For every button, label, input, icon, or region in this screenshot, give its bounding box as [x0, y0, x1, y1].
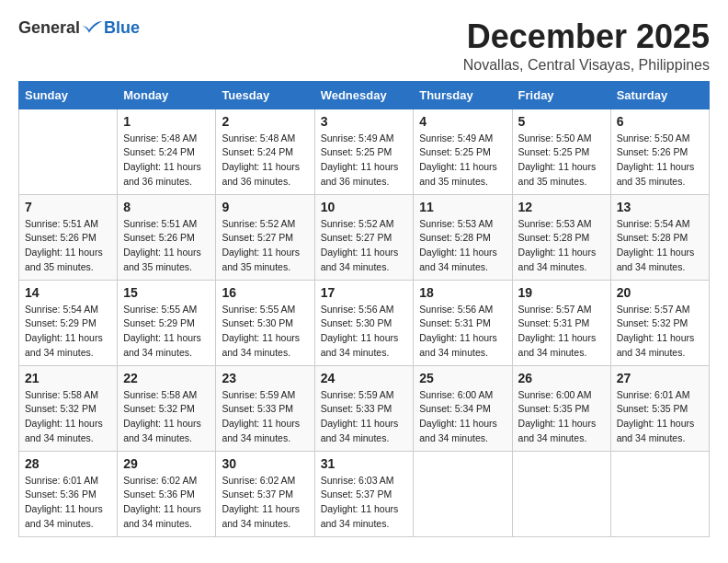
calendar-cell: 12Sunrise: 5:53 AMSunset: 5:28 PMDayligh…: [512, 194, 610, 280]
calendar-cell: 15Sunrise: 5:55 AMSunset: 5:29 PMDayligh…: [118, 280, 216, 365]
calendar-cell: 17Sunrise: 5:56 AMSunset: 5:30 PMDayligh…: [314, 280, 414, 365]
calendar-cell: [19, 109, 118, 194]
calendar-cell: [610, 451, 709, 536]
calendar-header-row: SundayMondayTuesdayWednesdayThursdayFrid…: [19, 81, 710, 109]
day-number: 30: [222, 456, 308, 471]
calendar-cell: 8Sunrise: 5:51 AMSunset: 5:26 PMDaylight…: [118, 194, 216, 280]
day-number: 13: [617, 200, 703, 214]
calendar-cell: 31Sunrise: 6:03 AMSunset: 5:37 PMDayligh…: [314, 451, 414, 536]
day-info: Sunrise: 5:59 AMSunset: 5:33 PMDaylight:…: [222, 388, 308, 446]
day-info: Sunrise: 6:02 AMSunset: 5:37 PMDaylight:…: [222, 474, 308, 532]
day-number: 24: [321, 371, 408, 385]
day-number: 18: [419, 285, 506, 300]
weekday-header: Friday: [512, 81, 610, 109]
logo-general-text: General: [18, 18, 80, 38]
day-number: 15: [123, 285, 210, 300]
day-number: 10: [321, 200, 408, 214]
calendar-cell: 14Sunrise: 5:54 AMSunset: 5:29 PMDayligh…: [19, 280, 118, 365]
calendar-table: SundayMondayTuesdayWednesdayThursdayFrid…: [18, 81, 710, 537]
day-number: 21: [25, 371, 111, 385]
day-number: 31: [321, 456, 408, 471]
calendar-cell: 5Sunrise: 5:50 AMSunset: 5:25 PMDaylight…: [512, 109, 610, 194]
day-info: Sunrise: 6:03 AMSunset: 5:37 PMDaylight:…: [321, 474, 408, 532]
day-number: 9: [222, 200, 308, 214]
day-info: Sunrise: 5:54 AMSunset: 5:28 PMDaylight:…: [617, 217, 703, 275]
day-info: Sunrise: 6:00 AMSunset: 5:35 PMDaylight:…: [518, 388, 605, 446]
calendar-cell: 16Sunrise: 5:55 AMSunset: 5:30 PMDayligh…: [216, 280, 314, 365]
calendar-cell: 4Sunrise: 5:49 AMSunset: 5:25 PMDaylight…: [414, 109, 512, 194]
calendar-week-row: 28Sunrise: 6:01 AMSunset: 5:36 PMDayligh…: [19, 451, 710, 536]
day-number: 1: [123, 114, 210, 129]
calendar-week-row: 1Sunrise: 5:48 AMSunset: 5:24 PMDaylight…: [19, 109, 710, 194]
calendar-cell: 19Sunrise: 5:57 AMSunset: 5:31 PMDayligh…: [512, 280, 610, 365]
day-number: 11: [419, 200, 506, 214]
calendar-cell: 2Sunrise: 5:48 AMSunset: 5:24 PMDaylight…: [216, 109, 314, 194]
day-number: 28: [25, 456, 111, 471]
day-info: Sunrise: 5:53 AMSunset: 5:28 PMDaylight:…: [419, 217, 506, 275]
day-info: Sunrise: 5:59 AMSunset: 5:33 PMDaylight:…: [321, 388, 408, 446]
calendar-cell: 25Sunrise: 6:00 AMSunset: 5:34 PMDayligh…: [414, 365, 512, 451]
day-number: 26: [518, 371, 605, 385]
day-number: 23: [222, 371, 308, 385]
calendar-cell: 13Sunrise: 5:54 AMSunset: 5:28 PMDayligh…: [610, 194, 709, 280]
calendar-cell: 6Sunrise: 5:50 AMSunset: 5:26 PMDaylight…: [610, 109, 709, 194]
calendar-cell: 11Sunrise: 5:53 AMSunset: 5:28 PMDayligh…: [414, 194, 512, 280]
calendar-cell: 29Sunrise: 6:02 AMSunset: 5:36 PMDayligh…: [118, 451, 216, 536]
day-info: Sunrise: 5:56 AMSunset: 5:31 PMDaylight:…: [419, 303, 506, 361]
location-title: Novallas, Central Visayas, Philippines: [463, 57, 710, 74]
weekday-header: Saturday: [610, 81, 709, 109]
day-info: Sunrise: 5:57 AMSunset: 5:32 PMDaylight:…: [617, 303, 703, 361]
calendar-cell: 10Sunrise: 5:52 AMSunset: 5:27 PMDayligh…: [314, 194, 414, 280]
calendar-cell: 30Sunrise: 6:02 AMSunset: 5:37 PMDayligh…: [216, 451, 314, 536]
calendar-cell: 27Sunrise: 6:01 AMSunset: 5:35 PMDayligh…: [610, 365, 709, 451]
calendar-cell: 26Sunrise: 6:00 AMSunset: 5:35 PMDayligh…: [512, 365, 610, 451]
day-info: Sunrise: 5:58 AMSunset: 5:32 PMDaylight:…: [123, 388, 210, 446]
day-info: Sunrise: 5:48 AMSunset: 5:24 PMDaylight:…: [222, 132, 308, 190]
day-info: Sunrise: 5:52 AMSunset: 5:27 PMDaylight:…: [222, 217, 308, 275]
day-info: Sunrise: 5:57 AMSunset: 5:31 PMDaylight:…: [518, 303, 605, 361]
logo: General Blue: [18, 18, 140, 38]
day-number: 2: [222, 114, 308, 129]
day-number: 3: [321, 114, 408, 129]
day-info: Sunrise: 5:58 AMSunset: 5:32 PMDaylight:…: [25, 388, 111, 446]
day-number: 20: [617, 285, 703, 300]
title-section: December 2025 Novallas, Central Visayas,…: [463, 18, 710, 74]
day-info: Sunrise: 6:00 AMSunset: 5:34 PMDaylight:…: [419, 388, 506, 446]
day-number: 14: [25, 285, 111, 300]
weekday-header: Sunday: [19, 81, 118, 109]
day-number: 7: [25, 200, 111, 214]
day-number: 17: [321, 285, 408, 300]
calendar-cell: 20Sunrise: 5:57 AMSunset: 5:32 PMDayligh…: [610, 280, 709, 365]
calendar-cell: 23Sunrise: 5:59 AMSunset: 5:33 PMDayligh…: [216, 365, 314, 451]
day-info: Sunrise: 5:50 AMSunset: 5:26 PMDaylight:…: [617, 132, 703, 190]
calendar-cell: 28Sunrise: 6:01 AMSunset: 5:36 PMDayligh…: [19, 451, 118, 536]
day-info: Sunrise: 5:50 AMSunset: 5:25 PMDaylight:…: [518, 132, 605, 190]
calendar-week-row: 21Sunrise: 5:58 AMSunset: 5:32 PMDayligh…: [19, 365, 710, 451]
day-info: Sunrise: 5:48 AMSunset: 5:24 PMDaylight:…: [123, 132, 210, 190]
day-number: 27: [617, 371, 703, 385]
weekday-header: Monday: [118, 81, 216, 109]
day-info: Sunrise: 6:01 AMSunset: 5:36 PMDaylight:…: [25, 474, 111, 532]
day-info: Sunrise: 5:55 AMSunset: 5:29 PMDaylight:…: [123, 303, 210, 361]
calendar-cell: 22Sunrise: 5:58 AMSunset: 5:32 PMDayligh…: [118, 365, 216, 451]
day-info: Sunrise: 5:51 AMSunset: 5:26 PMDaylight:…: [123, 217, 210, 275]
day-number: 8: [123, 200, 210, 214]
calendar-week-row: 7Sunrise: 5:51 AMSunset: 5:26 PMDaylight…: [19, 194, 710, 280]
day-info: Sunrise: 5:52 AMSunset: 5:27 PMDaylight:…: [321, 217, 408, 275]
calendar-cell: 9Sunrise: 5:52 AMSunset: 5:27 PMDaylight…: [216, 194, 314, 280]
calendar-cell: 18Sunrise: 5:56 AMSunset: 5:31 PMDayligh…: [414, 280, 512, 365]
logo-blue-text: Blue: [104, 18, 140, 38]
day-number: 22: [123, 371, 210, 385]
day-info: Sunrise: 6:02 AMSunset: 5:36 PMDaylight:…: [123, 474, 210, 532]
day-number: 19: [518, 285, 605, 300]
calendar-cell: 21Sunrise: 5:58 AMSunset: 5:32 PMDayligh…: [19, 365, 118, 451]
day-number: 4: [419, 114, 506, 129]
weekday-header: Wednesday: [314, 81, 414, 109]
page-header: General Blue December 2025 Novallas, Cen…: [18, 18, 710, 74]
day-number: 16: [222, 285, 308, 300]
calendar-cell: 24Sunrise: 5:59 AMSunset: 5:33 PMDayligh…: [314, 365, 414, 451]
weekday-header: Thursday: [414, 81, 512, 109]
month-title: December 2025: [463, 18, 710, 55]
day-info: Sunrise: 5:49 AMSunset: 5:25 PMDaylight:…: [419, 132, 506, 190]
day-info: Sunrise: 5:54 AMSunset: 5:29 PMDaylight:…: [25, 303, 111, 361]
